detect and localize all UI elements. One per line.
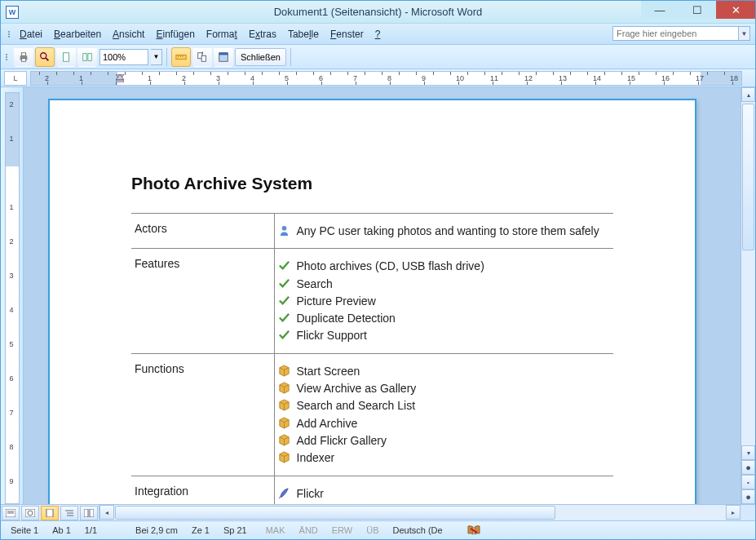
ruler-row: L 21123456789101112131415161718 [1,69,755,87]
check-icon [278,294,290,307]
svg-line-20 [278,497,280,498]
status-macro-record[interactable]: MAK [259,525,293,535]
status-language[interactable]: Deutsch (De [387,525,450,535]
window-close-button[interactable]: ✕ [716,1,755,19]
outline-view-button[interactable] [60,506,78,520]
vertical-scrollbar[interactable]: ▴ ▾ ● • ● [741,87,755,504]
status-track-changes[interactable]: ÄND [293,525,325,535]
hscroll-thumb[interactable] [115,506,555,520]
box-icon [278,399,290,411]
web-layout-view-button[interactable] [21,506,39,520]
maximize-button[interactable]: ☐ [679,1,716,19]
normal-view-button[interactable] [2,506,20,520]
svg-rect-30 [84,509,88,517]
prev-page-button[interactable]: ● [741,460,755,475]
spec-item-text: Add Flickr Gallery [297,432,387,449]
ruler-toggle-button[interactable] [171,47,191,67]
menu-help[interactable]: ? [369,26,387,42]
status-line[interactable]: Ze 1 [185,525,217,535]
spec-table: ActorsAny PC user taking photos and want… [131,213,613,504]
menubar-grip[interactable] [6,31,12,38]
vertical-ruler[interactable]: 211234567891011 [5,92,20,504]
view-mode-buttons [1,505,99,520]
status-position[interactable]: Bei 2,9 cm [129,525,185,535]
browse-object-button[interactable]: • [741,475,755,489]
vruler-tick: 6 [10,374,14,383]
vscroll-track[interactable] [741,102,755,445]
spec-row: FeaturesPhoto archives (CD, USB flash dr… [131,249,613,353]
svg-rect-8 [176,55,186,59]
document-scroll-area[interactable]: Photo Archive System ActorsAny PC user t… [24,87,741,504]
svg-rect-7 [88,53,91,60]
status-page[interactable]: Seite 1 [4,525,46,535]
reading-layout-view-button[interactable] [80,506,98,520]
vertical-ruler-column: 211234567891011 [1,87,24,504]
magnifier-button[interactable] [35,47,55,67]
print-button[interactable] [14,47,33,67]
status-column[interactable]: Sp 21 [217,525,254,535]
spec-item: View Archive as Gallery [278,380,611,396]
book-icon[interactable] [466,524,481,537]
fullscreen-button[interactable] [214,47,233,67]
close-preview-button[interactable]: Schließen [235,48,286,66]
page[interactable]: Photo Archive System ActorsAny PC user t… [48,99,696,504]
spec-item-text: Flickr Support [297,327,367,343]
menu-ansicht[interactable]: Ansicht [107,26,150,42]
spec-label: Features [131,249,274,353]
status-section[interactable]: Ab 1 [46,525,78,535]
spec-row: IntegrationFlickr [131,476,613,504]
menu-einfuegen[interactable]: Einfügen [150,26,200,42]
spec-item: Start Screen [278,363,611,379]
vscroll-thumb[interactable] [742,104,754,250]
scroll-right-button[interactable]: ▸ [726,505,741,520]
multi-page-button[interactable] [77,47,97,67]
horizontal-ruler[interactable]: 21123456789101112131415161718 [30,71,742,86]
ruler-tick: 13 [559,74,567,82]
status-extend-selection[interactable]: ERW [325,525,360,535]
toolbar-grip[interactable] [6,54,11,60]
status-overtype[interactable]: ÜB [360,525,386,535]
scroll-left-button[interactable]: ◂ [99,505,114,520]
ruler-tick: 16 [661,74,670,82]
scroll-down-button[interactable]: ▾ [741,445,755,460]
hanging-indent-marker[interactable] [116,73,124,85]
ask-dropdown-icon[interactable]: ▼ [739,26,750,41]
toolbar-separator [166,48,167,66]
menu-bearbeiten[interactable]: Bearbeiten [48,26,107,42]
vruler-tick: 9 [10,477,14,485]
minimize-button[interactable]: — [641,1,679,19]
vruler-tick: 1 [10,203,14,211]
hscroll-track[interactable] [114,505,726,520]
status-pagecount[interactable]: 1/1 [78,525,104,535]
statusbar: Seite 1 Ab 1 1/1 Bei 2,9 cm Ze 1 Sp 21 M… [1,520,755,539]
tab-selector[interactable]: L [4,71,27,86]
menu-datei[interactable]: Datei [14,26,48,42]
horizontal-scroll-row: ◂ ▸ [1,504,755,520]
ruler-tick: 15 [627,74,635,82]
check-icon [278,312,290,324]
svg-point-19 [281,226,286,231]
menu-extras[interactable]: Extras [243,26,282,42]
menubar: Datei Bearbeiten Ansicht Einfügen Format… [1,24,755,45]
vruler-tick: 8 [10,443,14,451]
ask-question-input[interactable] [612,26,739,41]
ask-question-box[interactable]: ▼ [612,26,750,41]
print-layout-view-button[interactable] [41,506,59,520]
zoom-input[interactable] [99,49,148,65]
zoom-dropdown-icon[interactable]: ▼ [151,49,162,65]
scroll-up-button[interactable]: ▴ [741,87,755,102]
shrink-to-fit-button[interactable] [192,47,212,67]
menu-fenster[interactable]: Fenster [325,26,369,42]
next-page-button[interactable]: ● [741,489,755,504]
spec-item: Add Flickr Gallery [278,432,611,449]
menu-format[interactable]: Format [201,26,243,42]
one-page-button[interactable] [56,47,76,67]
ruler-left-margin [31,72,117,85]
menu-tabelle[interactable]: Tabelle [282,26,325,42]
spec-item-text: Picture Preview [297,293,376,309]
toolbar-separator-2 [290,48,291,66]
ruler-tick: 18 [730,74,738,82]
vruler-tick: 2 [10,100,14,108]
horizontal-scrollbar[interactable]: ◂ ▸ [99,505,755,520]
svg-marker-17 [116,74,124,80]
